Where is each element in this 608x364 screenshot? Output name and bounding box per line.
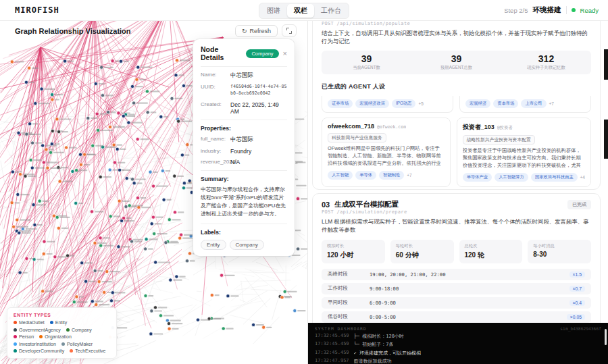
agent-role-tag: 战略性新兴产业投资与资本配置 xyxy=(463,135,535,145)
legend-item: InvestorInstitution xyxy=(14,342,56,346)
terminal-title: SYSTEM DASHBOARD xyxy=(315,326,367,331)
time-period-label: 早间时段 xyxy=(328,299,370,306)
entity-type-label: Company xyxy=(72,328,92,332)
topic-chip: 半导体产业 xyxy=(463,173,492,182)
stat-label: 当前AGENT数 xyxy=(322,65,411,71)
populate-stats: 39 当前AGENT数 39 预期AGENT总数 312 现实种子关联记忆数 xyxy=(322,51,591,74)
activity-multiplier-badge: ×1.5 xyxy=(569,271,585,278)
entity-types-legend: ENTITY TYPES MediaOutlet Entity xyxy=(7,307,117,359)
legend-item: Person xyxy=(14,334,34,339)
view-mode-tab[interactable]: 双栏 xyxy=(287,4,314,18)
log-line: 17:32:45.459 ├─ 模拟时长：120小时 xyxy=(315,333,601,340)
time-period-value: 19:00, 20:00, 21:00, 22:00 xyxy=(370,271,569,278)
config-stat-box: 每轮时长 60 分钟 xyxy=(390,240,454,263)
entity-color-dot xyxy=(14,335,17,338)
entity-color-dot xyxy=(50,321,53,324)
entity-type-label: InvestorInstitution xyxy=(19,342,56,346)
agent-chips-row: 半导体产业人工智能算力国家政策与科技自主 +4 xyxy=(463,173,585,182)
time-period-value: 6:00-9:00 xyxy=(370,300,569,306)
agent-cards-row: ofweekcom_718 @ofweek.com 科技新闻与产业信息服务 OF… xyxy=(322,118,591,187)
stat-value: 312 xyxy=(501,53,591,64)
entity-type-label: Person xyxy=(19,334,34,339)
topic-chips: 半导体产业人工智能算力国家政策与科技自主 xyxy=(463,173,578,182)
config-stat-box: 每小时消息 8-30 xyxy=(528,240,591,263)
view-mode-tab[interactable]: 图谱 xyxy=(260,4,287,18)
topic-chips: 宏观经济资本市场上市公司 xyxy=(465,99,547,108)
more-chips-count: +7 xyxy=(549,101,554,106)
stat-box: 39 预期AGENT总数 xyxy=(411,53,501,71)
log-timestamp: 17:32:45.459 xyxy=(315,333,349,340)
properties-list: full_name: 中芯国际 industry: Foundry revenu… xyxy=(201,136,287,165)
topic-chip: 智能制造 xyxy=(379,171,404,180)
log-line: 17:32:47.957 图谱数据加载成功 xyxy=(315,358,601,364)
system-log-terminal: SYSTEM DASHBOARD sim_b4386294366f 17:32:… xyxy=(308,323,608,364)
stat-value: 39 xyxy=(411,53,501,64)
fullscreen-icon xyxy=(286,28,292,34)
fullscreen-button[interactable] xyxy=(282,24,297,37)
more-chips-count: +5 xyxy=(418,101,423,106)
time-period-value: 0:00-5:00 xyxy=(370,314,567,320)
section-status-badge: 已完成 xyxy=(567,200,591,209)
stat-box: 39 当前AGENT数 xyxy=(322,53,411,71)
legend-item: DeveloperCommunity xyxy=(14,348,64,353)
property-row: full_name: 中芯国际 xyxy=(201,136,287,144)
agent-card-header: 投资者_103 @投资者 xyxy=(463,123,585,132)
entity-type-label: PolicyMaker xyxy=(67,342,93,346)
topic-chip: 人工智能 xyxy=(328,171,353,180)
property-row: industry: Foundry xyxy=(201,148,287,155)
section-number: 03 xyxy=(322,201,330,209)
config-stat-label: 每小时消息 xyxy=(533,243,586,249)
time-period-label: 工作时段 xyxy=(328,285,370,292)
step-name: 环境搭建 xyxy=(533,5,561,15)
agent-card[interactable]: 投资者_103 @投资者 战略性新兴产业投资与资本配置 投资者是专注于中国战略性… xyxy=(457,118,591,187)
simulation-id: sim_b4386294366f xyxy=(560,326,601,331)
refresh-label: Refresh xyxy=(249,28,271,34)
agent-name: ofweekcom_718 xyxy=(328,123,374,130)
close-icon[interactable]: × xyxy=(283,50,287,57)
config-stat-value: 8-30 xyxy=(533,251,586,258)
agent-card-clipped[interactable]: 宏观经济资本市场上市公司 +7 xyxy=(459,96,591,113)
entity-color-dot xyxy=(14,328,17,332)
topic-chip: IPO动态 xyxy=(392,99,415,108)
legend-item: PolicyMaker xyxy=(61,342,93,346)
activity-time-row: 工作时段 9:00-18:00 ×0.7 xyxy=(322,283,591,294)
agent-cards-row-partial: 证券市场宏观经济政策IPO动态 +5 宏观经济资本市场上市公司 +7 xyxy=(322,96,591,113)
section-title: 生成双平台模拟配置 xyxy=(334,200,563,209)
topic-chip: 人工智能算力 xyxy=(495,173,528,182)
scrollbar-thumb[interactable] xyxy=(604,49,608,80)
time-period-label: 高峰时段 xyxy=(328,271,370,278)
step-indicator: Step 2/5 xyxy=(504,7,528,14)
entity-type-label: GovernmentAgency xyxy=(19,328,61,332)
terminal-scrollbar[interactable] xyxy=(605,329,607,345)
node-field-created: Created: Dec 22, 2025, 1:49 AM xyxy=(201,101,287,115)
config-stats: 模拟时长 120 小时 每轮时长 60 分钟 总轮次 120 轮 每小 xyxy=(322,240,591,263)
divider xyxy=(201,66,287,67)
topic-chip: 半导体 xyxy=(355,171,376,180)
entity-color-dot xyxy=(70,349,73,353)
topic-chips: 人工智能半导体智能制造 xyxy=(328,171,404,180)
scrollbar-thumb[interactable] xyxy=(604,120,608,159)
config-stat-box: 总轮次 120 轮 xyxy=(459,240,523,263)
agent-bio: 投资者是专注于中国战略性新兴产业投资的机构群体，聚焦国家政策支持与技术自主可控方… xyxy=(463,147,585,170)
log-timestamp: 17:32:47.957 xyxy=(315,358,349,364)
agent-card[interactable]: ofweekcom_718 @ofweek.com 科技新闻与产业信息服务 OF… xyxy=(322,118,451,187)
graph-panel: Graph Relationship Visualization ↻ Refre… xyxy=(0,20,308,364)
activity-multiplier-badge: ×0.4 xyxy=(569,300,585,306)
entity-type-label: MediaOutlet xyxy=(19,320,45,325)
node-type-badge: Company xyxy=(246,49,278,58)
agent-handle: @ofweek.com xyxy=(377,124,406,130)
node-details-card: Node Details Company × Name: 中芯国际 UUID: … xyxy=(193,39,295,256)
populate-description: 结合上下文，自动调用工具从知识图谱梳理实体与关系，初始化模拟个体，并基于现实种子… xyxy=(322,30,591,46)
activity-time-row: 早间时段 6:00-9:00 ×0.4 xyxy=(322,297,591,309)
view-mode-tab[interactable]: 工作台 xyxy=(314,4,348,18)
agent-chips-row: 人工智能半导体智能制造 +7 xyxy=(328,171,445,180)
node-details-title: Node Details xyxy=(201,45,242,61)
prepare-endpoint: POST /api/simulation/prepare xyxy=(322,209,591,215)
node-label-pill: Entity xyxy=(201,240,226,250)
log-line: 17:32:45.459 ✓ 环境搭建完成，可以开始模拟 xyxy=(315,350,601,357)
entity-color-dot xyxy=(14,349,17,353)
agent-card-clipped[interactable]: 证券市场宏观经济政策IPO动态 +5 xyxy=(322,96,453,113)
property-row: revenue_2024: N/A xyxy=(201,159,287,165)
refresh-button[interactable]: ↻ Refresh xyxy=(235,25,278,37)
log-timestamp: 17:32:45.459 xyxy=(315,350,349,357)
